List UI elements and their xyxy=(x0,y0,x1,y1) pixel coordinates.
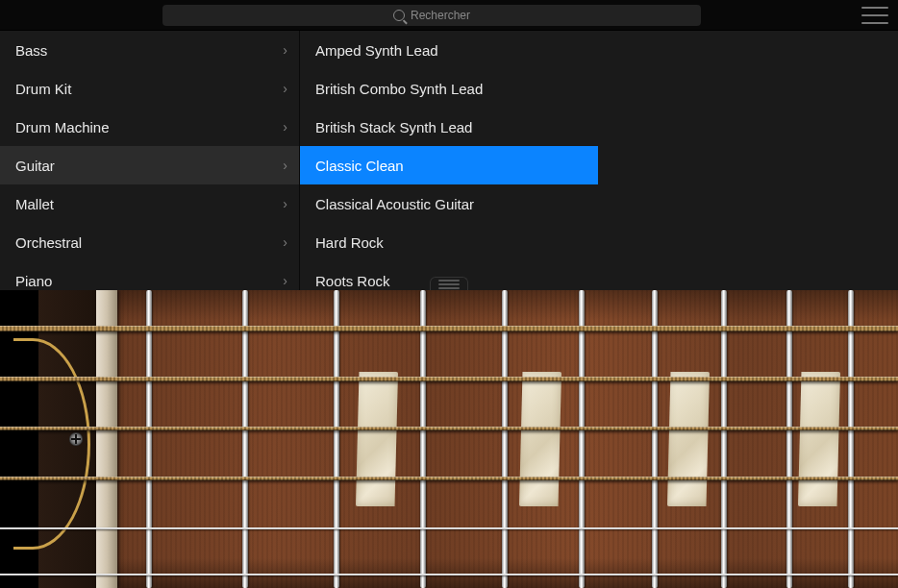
category-column: Bass›Drum Kit›Drum Machine›Guitar›Mallet… xyxy=(0,31,299,290)
search-icon xyxy=(393,10,405,21)
preset-column: Amped Synth LeadBritish Combo Synth Lead… xyxy=(299,31,598,290)
category-label: Guitar xyxy=(15,158,55,174)
search-placeholder: Rechercher xyxy=(411,9,470,22)
category-row[interactable]: Drum Machine› xyxy=(0,108,299,146)
category-row[interactable]: Guitar› xyxy=(0,146,299,184)
preset-label: British Combo Synth Lead xyxy=(315,81,483,97)
fret-marker-inlay xyxy=(667,372,710,506)
menu-icon[interactable] xyxy=(861,7,888,24)
headstock xyxy=(0,290,96,588)
browser-lists: Bass›Drum Kit›Drum Machine›Guitar›Mallet… xyxy=(0,31,898,290)
fret xyxy=(721,290,727,588)
truss-rod-screw-icon xyxy=(69,432,83,446)
guitar-nut xyxy=(96,290,117,588)
category-row[interactable]: Bass› xyxy=(0,31,299,69)
preset-label: Roots Rock xyxy=(315,273,390,289)
preset-row[interactable]: Classic Clean xyxy=(300,146,598,184)
app-root: Rechercher Bass›Drum Kit›Drum Machine›Gu… xyxy=(0,0,898,588)
fret xyxy=(848,290,854,588)
preset-label: British Stack Synth Lead xyxy=(315,119,472,135)
fret-marker-inlay xyxy=(519,372,561,506)
fret-marker-inlay xyxy=(798,372,840,506)
preset-label: Hard Rock xyxy=(315,234,384,251)
preset-row[interactable]: Amped Synth Lead xyxy=(300,31,598,69)
chevron-right-icon: › xyxy=(283,158,287,173)
search-field[interactable]: Rechercher xyxy=(162,5,701,26)
fret xyxy=(242,290,248,588)
category-label: Piano xyxy=(15,273,52,289)
chevron-right-icon: › xyxy=(283,196,287,211)
category-row[interactable]: Piano› xyxy=(0,261,299,290)
guitar-neck[interactable] xyxy=(117,290,898,588)
category-row[interactable]: Mallet› xyxy=(0,184,299,223)
fret xyxy=(502,290,508,588)
chevron-right-icon: › xyxy=(283,234,287,250)
fret xyxy=(146,290,152,588)
category-row[interactable]: Drum Kit› xyxy=(0,69,299,108)
category-label: Drum Kit xyxy=(15,81,71,97)
chevron-right-icon: › xyxy=(283,42,287,58)
category-label: Drum Machine xyxy=(15,119,110,135)
category-row[interactable]: Orchestral› xyxy=(0,223,299,261)
chevron-right-icon: › xyxy=(283,81,287,96)
drag-handle-icon[interactable] xyxy=(430,277,468,290)
browser-empty-area xyxy=(598,31,898,290)
preset-row[interactable]: British Stack Synth Lead xyxy=(300,108,598,146)
top-bar: Rechercher xyxy=(0,0,898,31)
search-container: Rechercher xyxy=(10,5,854,26)
fret xyxy=(786,290,792,588)
preset-label: Classical Acoustic Guitar xyxy=(315,196,474,212)
fret-marker-inlay xyxy=(356,372,398,506)
preset-label: Amped Synth Lead xyxy=(315,42,438,59)
category-label: Mallet xyxy=(15,196,54,212)
preset-row[interactable]: British Combo Synth Lead xyxy=(300,69,598,108)
category-label: Bass xyxy=(15,42,47,59)
fret xyxy=(579,290,585,588)
chevron-right-icon: › xyxy=(283,119,287,135)
fret xyxy=(420,290,426,588)
preset-label: Classic Clean xyxy=(315,158,404,174)
preset-row[interactable]: Hard Rock xyxy=(300,223,598,261)
fret xyxy=(334,290,339,588)
guitar-fretboard[interactable] xyxy=(0,290,898,588)
fret xyxy=(652,290,658,588)
preset-row[interactable]: Classical Acoustic Guitar xyxy=(300,184,598,223)
category-label: Orchestral xyxy=(15,234,82,251)
chevron-right-icon: › xyxy=(283,273,287,288)
